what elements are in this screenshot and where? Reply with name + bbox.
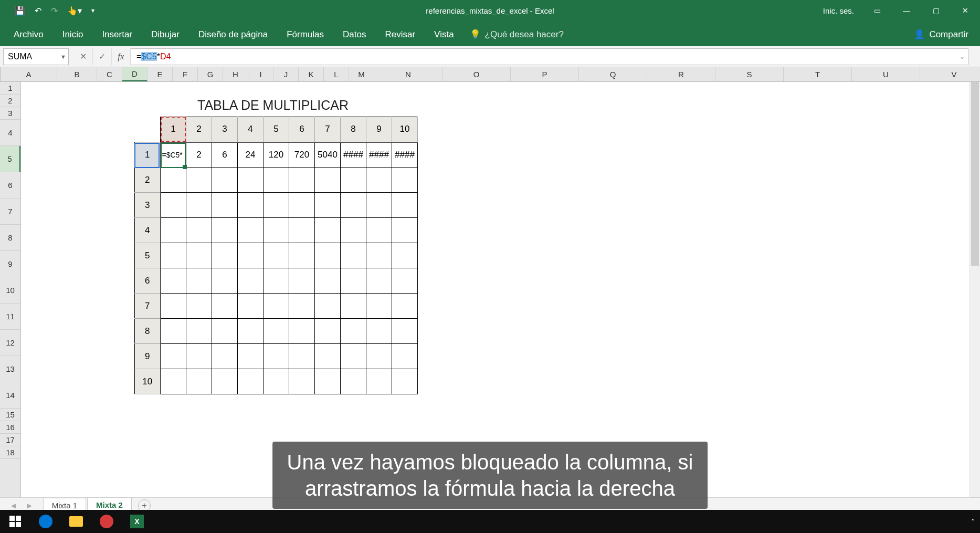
table-cell[interactable] xyxy=(161,344,186,369)
row-header[interactable]: 14 xyxy=(0,382,20,409)
ribbon-display-icon[interactable]: ▭ xyxy=(862,0,892,21)
app-icon[interactable] xyxy=(91,510,122,533)
qat-customize-icon[interactable]: ▾ xyxy=(91,7,94,14)
row-header[interactable]: 16 xyxy=(0,421,20,434)
table-cell[interactable] xyxy=(315,218,341,243)
tab-archivo[interactable]: Archivo xyxy=(4,24,53,46)
table-cell[interactable] xyxy=(289,193,315,218)
table-cell[interactable] xyxy=(341,268,366,294)
table-cell[interactable] xyxy=(315,344,341,369)
name-box-dropdown-icon[interactable]: ▼ xyxy=(60,54,66,60)
table-cell[interactable] xyxy=(392,319,418,344)
table-cell[interactable] xyxy=(341,369,366,394)
column-header[interactable]: O xyxy=(442,67,511,81)
table-cell[interactable] xyxy=(366,243,392,268)
table-cell[interactable]: 6 xyxy=(212,142,238,168)
table-cell[interactable] xyxy=(341,344,366,369)
column-header[interactable]: U xyxy=(852,67,920,81)
column-header[interactable]: C xyxy=(97,67,122,81)
row-header[interactable]: 11 xyxy=(0,304,20,330)
table-cell[interactable] xyxy=(366,319,392,344)
table-cell[interactable] xyxy=(315,319,341,344)
table-cell[interactable]: #### xyxy=(366,142,392,168)
table-cell[interactable]: 120 xyxy=(264,142,289,168)
row-header[interactable]: 8 xyxy=(0,225,20,251)
row-header[interactable]: 1 xyxy=(0,82,20,95)
table-cell[interactable] xyxy=(161,294,186,319)
row-header[interactable]: 17 xyxy=(0,434,20,446)
table-cell[interactable] xyxy=(366,344,392,369)
table-cell[interactable] xyxy=(186,193,212,218)
table-cell[interactable]: #### xyxy=(341,142,366,168)
table-cell[interactable] xyxy=(212,369,238,394)
column-header[interactable]: L xyxy=(324,67,349,81)
formula-input[interactable]: =$C5*D4 ⌄ xyxy=(131,48,968,65)
excel-taskbar-icon[interactable]: X xyxy=(122,510,152,533)
column-header[interactable]: D xyxy=(122,67,147,81)
row-header[interactable]: 10 xyxy=(0,277,20,304)
undo-icon[interactable]: ↶ xyxy=(35,6,41,16)
vertical-scrollbar[interactable] xyxy=(970,82,980,497)
tab-inicio[interactable]: Inicio xyxy=(53,24,93,46)
table-cell[interactable] xyxy=(212,243,238,268)
table-cell[interactable] xyxy=(341,218,366,243)
table-cell[interactable] xyxy=(161,268,186,294)
table-cell[interactable] xyxy=(289,168,315,193)
table-cell[interactable] xyxy=(212,168,238,193)
tray-chevron-icon[interactable]: ˄ xyxy=(971,518,975,526)
table-cell[interactable] xyxy=(366,218,392,243)
table-cell[interactable] xyxy=(341,319,366,344)
table-cell[interactable] xyxy=(161,193,186,218)
column-header[interactable]: S xyxy=(715,67,784,81)
column-header[interactable]: B xyxy=(57,67,97,81)
table-cell[interactable] xyxy=(212,268,238,294)
table-cell[interactable] xyxy=(264,319,289,344)
table-cell[interactable] xyxy=(238,168,264,193)
confirm-formula-button[interactable]: ✓ xyxy=(93,48,112,65)
tab-vista[interactable]: Vista xyxy=(425,24,463,46)
tab-revisar[interactable]: Revisar xyxy=(375,24,425,46)
table-cell[interactable] xyxy=(186,243,212,268)
table-cell[interactable] xyxy=(289,369,315,394)
table-cell[interactable] xyxy=(341,294,366,319)
table-cell[interactable] xyxy=(238,243,264,268)
table-cell[interactable] xyxy=(366,193,392,218)
minimize-button[interactable]: — xyxy=(892,0,921,21)
row-header[interactable]: 9 xyxy=(0,251,20,277)
table-cell[interactable] xyxy=(366,369,392,394)
table-cell[interactable]: =$C5* xyxy=(161,142,186,168)
table-cell[interactable] xyxy=(161,243,186,268)
row-header[interactable]: 6 xyxy=(0,172,20,198)
start-button[interactable] xyxy=(0,510,30,533)
column-header[interactable]: R xyxy=(647,67,715,81)
table-cell[interactable] xyxy=(289,294,315,319)
column-header[interactable]: Q xyxy=(579,67,647,81)
table-cell[interactable] xyxy=(238,344,264,369)
insert-function-button[interactable]: fx xyxy=(112,48,131,65)
table-cell[interactable]: 720 xyxy=(289,142,315,168)
table-cell[interactable] xyxy=(392,168,418,193)
table-cell[interactable] xyxy=(238,268,264,294)
column-header[interactable]: P xyxy=(511,67,579,81)
row-header[interactable]: 5 xyxy=(0,146,20,172)
table-cell[interactable] xyxy=(161,319,186,344)
table-cell[interactable]: 5040 xyxy=(315,142,341,168)
column-header[interactable]: A xyxy=(1,67,57,81)
tab-insertar[interactable]: Insertar xyxy=(92,24,142,46)
column-header[interactable]: K xyxy=(299,67,324,81)
table-cell[interactable] xyxy=(212,319,238,344)
tab-diseno-pagina[interactable]: Diseño de página xyxy=(189,24,277,46)
table-cell[interactable]: 24 xyxy=(238,142,264,168)
save-icon[interactable]: 💾 xyxy=(15,6,25,16)
sign-in-button[interactable]: Inic. ses. xyxy=(815,6,862,15)
tab-dibujar[interactable]: Dibujar xyxy=(142,24,189,46)
column-header[interactable]: H xyxy=(223,67,248,81)
table-cell[interactable] xyxy=(289,319,315,344)
table-cell[interactable] xyxy=(315,193,341,218)
table-cell[interactable] xyxy=(366,168,392,193)
column-header[interactable]: V xyxy=(920,67,980,81)
name-box[interactable]: SUMA ▼ xyxy=(3,48,69,65)
table-cell[interactable] xyxy=(366,268,392,294)
table-cell[interactable] xyxy=(315,168,341,193)
row-header[interactable]: 4 xyxy=(0,120,20,146)
